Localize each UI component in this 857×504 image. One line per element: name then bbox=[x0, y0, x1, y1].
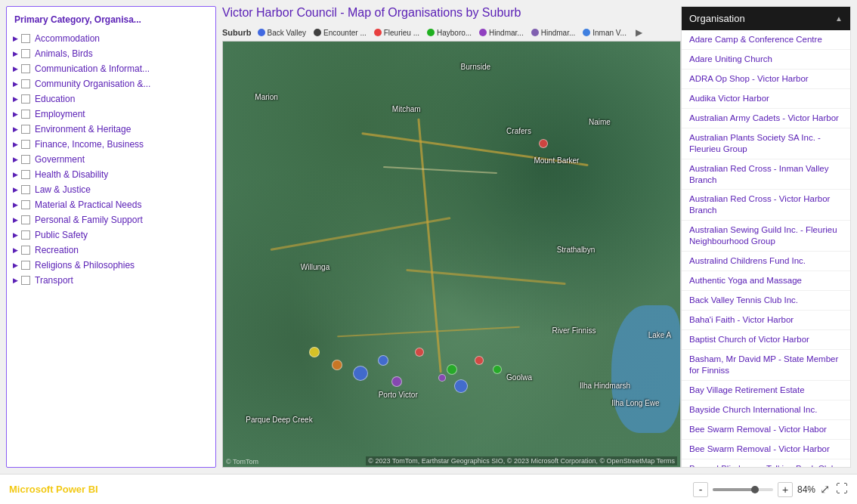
map-marker-m1[interactable] bbox=[539, 139, 548, 148]
category-checkbox-material[interactable] bbox=[21, 200, 30, 209]
fullscreen-icon[interactable]: ⛶ bbox=[836, 482, 848, 496]
suburb-next-arrow[interactable]: ▶ bbox=[636, 27, 642, 38]
org-item[interactable]: Bayside Church International Inc. bbox=[682, 400, 850, 420]
org-item[interactable]: Bee Swarm Removal - Victor Harbor bbox=[682, 440, 850, 459]
category-arrow-animals-birds[interactable]: ▶ bbox=[13, 50, 18, 57]
category-arrow-education[interactable]: ▶ bbox=[13, 95, 18, 103]
category-item-personal[interactable]: ▶ Personal & Family Support bbox=[10, 212, 212, 227]
org-item[interactable]: Bee Swarm Removal - Victor Habor bbox=[682, 420, 850, 440]
category-arrow-communication[interactable]: ▶ bbox=[13, 65, 18, 73]
category-item-finance[interactable]: ▶ Finance, Income, Business bbox=[10, 137, 212, 152]
category-arrow-finance[interactable]: ▶ bbox=[13, 141, 18, 148]
category-arrow-public-safety[interactable]: ▶ bbox=[13, 231, 18, 239]
category-item-education[interactable]: ▶ Education bbox=[10, 91, 212, 107]
map-marker-m3[interactable] bbox=[391, 376, 402, 387]
zoom-slider[interactable] bbox=[713, 488, 773, 491]
category-item-environment[interactable]: ▶ Environment & Heritage bbox=[10, 122, 212, 137]
map-marker-m10[interactable] bbox=[378, 355, 388, 366]
category-arrow-health[interactable]: ▶ bbox=[13, 171, 18, 178]
map-marker-m4[interactable] bbox=[332, 360, 342, 370]
share-icon[interactable]: ⤢ bbox=[820, 482, 830, 496]
category-item-law[interactable]: ▶ Law & Justice bbox=[10, 182, 212, 197]
category-item-animals-birds[interactable]: ▶ Animals, Birds bbox=[10, 46, 212, 61]
category-item-material[interactable]: ▶ Material & Practical Needs bbox=[10, 197, 212, 212]
category-item-communication[interactable]: ▶ Communication & Informat... bbox=[10, 61, 212, 76]
category-item-community-org[interactable]: ▶ Community Organisation &... bbox=[10, 76, 212, 91]
org-item[interactable]: Baha'i Faith - Victor Harbor bbox=[682, 311, 850, 330]
category-checkbox-public-safety[interactable] bbox=[21, 230, 30, 240]
org-item[interactable]: Australian Plants Society SA Inc. - Fleu… bbox=[682, 128, 850, 159]
org-item[interactable]: Bay Village Retirement Estate bbox=[682, 381, 850, 400]
org-item[interactable]: Adare Camp & Conference Centre bbox=[682, 30, 850, 50]
org-item[interactable]: Beyond Blindness - Talking Book Club bbox=[682, 459, 850, 468]
org-item[interactable]: Adare Uniting Church bbox=[682, 50, 850, 70]
org-item[interactable]: Basham, Mr David MP - State Member for F… bbox=[682, 350, 850, 381]
category-arrow-material[interactable]: ▶ bbox=[13, 201, 18, 209]
category-arrow-accommodation[interactable]: ▶ bbox=[13, 35, 18, 42]
map-marker-m12[interactable] bbox=[454, 379, 468, 393]
category-item-recreation[interactable]: ▶ Recreation bbox=[10, 243, 212, 258]
category-checkbox-communication[interactable] bbox=[21, 64, 30, 73]
category-arrow-religions[interactable]: ▶ bbox=[13, 261, 18, 269]
category-checkbox-law[interactable] bbox=[21, 185, 30, 194]
suburb-dot-inman-v...[interactable]: Inman V... bbox=[583, 29, 627, 37]
org-item[interactable]: Australian Red Cross - Victor Harbor Bra… bbox=[682, 190, 850, 221]
suburb-dot-hayboro...[interactable]: Hayboro... bbox=[427, 29, 472, 37]
org-item[interactable]: Audika Victor Harbor bbox=[682, 89, 850, 109]
category-item-government[interactable]: ▶ Government bbox=[10, 152, 212, 167]
map-marker-m11[interactable] bbox=[438, 374, 446, 382]
category-checkbox-employment[interactable] bbox=[21, 110, 30, 119]
category-arrow-government[interactable]: ▶ bbox=[13, 156, 18, 163]
map-marker-m7[interactable] bbox=[309, 347, 320, 357]
category-checkbox-recreation[interactable] bbox=[21, 246, 30, 255]
category-arrow-environment[interactable]: ▶ bbox=[13, 125, 18, 133]
sort-arrow-icon[interactable]: ▲ bbox=[835, 14, 843, 23]
category-item-transport[interactable]: ▶ Transport bbox=[10, 273, 212, 288]
category-item-public-safety[interactable]: ▶ Public Safety bbox=[10, 227, 212, 243]
zoom-minus-button[interactable]: - bbox=[693, 482, 708, 497]
category-item-employment[interactable]: ▶ Employment bbox=[10, 107, 212, 122]
suburb-dot-back-valley[interactable]: Back Valley bbox=[258, 29, 307, 37]
powerbi-brand-link[interactable]: Microsoft Power BI bbox=[9, 484, 98, 495]
category-checkbox-education[interactable] bbox=[21, 94, 30, 104]
org-item[interactable]: Australian Sewing Guild Inc. - Fleurieu … bbox=[682, 221, 850, 252]
category-checkbox-health[interactable] bbox=[21, 170, 30, 179]
org-item[interactable]: Australind Childrens Fund Inc. bbox=[682, 252, 850, 271]
org-item[interactable]: Baptist Church of Victor Harbor bbox=[682, 330, 850, 350]
category-checkbox-government[interactable] bbox=[21, 155, 30, 164]
category-item-accommodation[interactable]: ▶ Accommodation bbox=[10, 31, 212, 46]
map-marker-m6[interactable] bbox=[447, 364, 457, 375]
category-arrow-law[interactable]: ▶ bbox=[13, 186, 18, 193]
suburb-dot-hindmar...[interactable]: Hindmar... bbox=[531, 29, 576, 37]
category-checkbox-accommodation[interactable] bbox=[21, 34, 30, 43]
category-arrow-transport[interactable]: ▶ bbox=[13, 277, 18, 284]
category-arrow-recreation[interactable]: ▶ bbox=[13, 246, 18, 254]
org-item[interactable]: Australian Red Cross - Inman Valley Bran… bbox=[682, 159, 850, 190]
org-item[interactable]: Back Valley Tennis Club Inc. bbox=[682, 291, 850, 311]
map-marker-m9[interactable] bbox=[493, 365, 502, 374]
category-checkbox-environment[interactable] bbox=[21, 125, 30, 134]
suburb-dot-fleurieu-...[interactable]: Fleurieu ... bbox=[374, 29, 419, 37]
category-arrow-community-org[interactable]: ▶ bbox=[13, 80, 18, 88]
category-checkbox-animals-birds[interactable] bbox=[21, 49, 30, 58]
category-checkbox-religions[interactable] bbox=[21, 261, 30, 270]
map-marker-m5[interactable] bbox=[415, 348, 424, 357]
category-item-health[interactable]: ▶ Health & Disability bbox=[10, 167, 212, 182]
org-item[interactable]: ADRA Op Shop - Victor Harbor bbox=[682, 70, 850, 89]
suburb-dot-hindmar...[interactable]: Hindmar... bbox=[479, 29, 524, 37]
zoom-plus-button[interactable]: + bbox=[778, 482, 793, 497]
map-marker-m2[interactable] bbox=[353, 366, 368, 381]
org-item[interactable]: Australian Army Cadets - Victor Harbor bbox=[682, 109, 850, 128]
category-checkbox-community-org[interactable] bbox=[21, 79, 30, 88]
map-marker-m8[interactable] bbox=[475, 356, 484, 365]
suburb-dot-encounter-...[interactable]: Encounter ... bbox=[314, 29, 367, 37]
category-arrow-personal[interactable]: ▶ bbox=[13, 216, 18, 224]
org-item[interactable]: Authentic Yoga and Massage bbox=[682, 271, 850, 291]
category-checkbox-finance[interactable] bbox=[21, 140, 30, 149]
map-container[interactable]: BurnsideMarionMitchamCrafersNaimeMount B… bbox=[222, 41, 681, 468]
category-item-religions[interactable]: ▶ Religions & Philosophies bbox=[10, 258, 212, 273]
category-checkbox-transport[interactable] bbox=[21, 276, 30, 285]
category-checkbox-personal[interactable] bbox=[21, 215, 30, 224]
category-label-employment: Employment bbox=[35, 109, 85, 119]
category-arrow-employment[interactable]: ▶ bbox=[13, 110, 18, 118]
